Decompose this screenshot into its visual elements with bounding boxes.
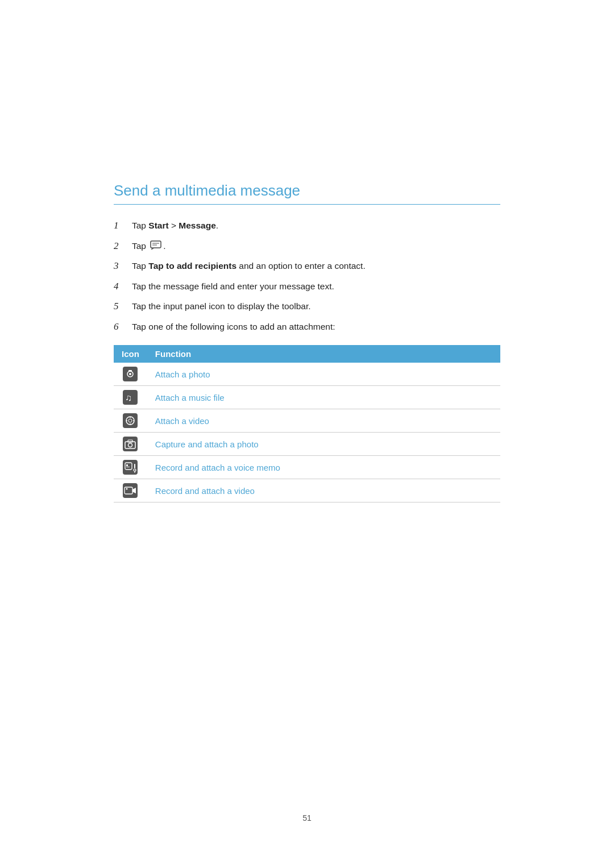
- svg-rect-0: [151, 241, 161, 248]
- section-title: Send a multimedia message: [114, 182, 500, 205]
- message-icon: [150, 240, 161, 253]
- svg-text:♫: ♫: [125, 393, 132, 402]
- function-cell-camera: Capture and attach a photo: [147, 433, 500, 456]
- voice-icon: [123, 462, 138, 471]
- step-4: 4 Tap the message field and enter your m…: [114, 279, 500, 294]
- table-row: Record and attach a voice memo: [114, 456, 500, 479]
- step-text-6: Tap one of the following icons to add an…: [132, 320, 335, 333]
- page-container: Send a multimedia message 1 Tap Start > …: [0, 0, 614, 868]
- table-row: Capture and attach a photo: [114, 433, 500, 456]
- table-header-row: Icon Function: [114, 345, 500, 363]
- video-icon: [123, 415, 138, 425]
- table-row: ♫ Attach a music file: [114, 386, 500, 409]
- function-cell-video: Attach a video: [147, 409, 500, 433]
- icon-cell-video: [114, 409, 147, 433]
- step-number-3: 3: [114, 259, 130, 273]
- table-row: Attach a photo: [114, 363, 500, 386]
- icon-cell-photo: [114, 363, 147, 386]
- svg-point-6: [129, 373, 131, 375]
- step-number-4: 4: [114, 279, 130, 294]
- step-1: 1 Tap Start > Message.: [114, 218, 500, 233]
- step-text-4: Tap the message field and enter your mes…: [132, 280, 334, 293]
- step-text-2: Tap .: [132, 239, 166, 254]
- col-icon-header: Icon: [114, 345, 147, 363]
- rec-video-icon: [123, 485, 138, 495]
- table-body: Attach a photo ♫ Attach a music file: [114, 363, 500, 502]
- table-row: Attach a video: [114, 409, 500, 433]
- step-6: 6 Tap one of the following icons to add …: [114, 319, 500, 334]
- step-number-5: 5: [114, 299, 130, 314]
- steps-list: 1 Tap Start > Message. 2 Tap .: [114, 218, 500, 334]
- svg-rect-10: [123, 413, 138, 428]
- step-number-6: 6: [114, 319, 130, 334]
- music-icon: ♫: [123, 392, 138, 401]
- svg-rect-7: [128, 370, 132, 372]
- icon-cell-rec-video: [114, 479, 147, 502]
- step-5: 5 Tap the input panel icon to display th…: [114, 299, 500, 314]
- camera-icon: [123, 438, 138, 448]
- step-number-1: 1: [114, 218, 130, 233]
- function-cell-music: Attach a music file: [147, 386, 500, 409]
- step-2: 2 Tap .: [114, 239, 500, 254]
- svg-point-31: [126, 488, 128, 490]
- svg-rect-23: [126, 464, 128, 466]
- page-number: 51: [302, 813, 312, 823]
- step-text-1: Tap Start > Message.: [132, 219, 218, 232]
- icon-cell-voice: [114, 456, 147, 479]
- step-text-5: Tap the input panel icon to display the …: [132, 300, 311, 313]
- table-header: Icon Function: [114, 345, 500, 363]
- step-number-2: 2: [114, 239, 130, 254]
- svg-rect-25: [134, 464, 135, 468]
- svg-rect-24: [126, 467, 130, 467]
- svg-marker-3: [151, 248, 154, 250]
- icon-cell-camera: [114, 433, 147, 456]
- step-text-3: Tap Tap to add recipients and an option …: [132, 259, 366, 272]
- photo-icon: [123, 368, 138, 378]
- function-cell-voice: Record and attach a voice memo: [147, 456, 500, 479]
- table-row: Record and attach a video: [114, 479, 500, 502]
- icon-cell-music: ♫: [114, 386, 147, 409]
- step-3: 3 Tap Tap to add recipients and an optio…: [114, 259, 500, 273]
- function-cell-photo: Attach a photo: [147, 363, 500, 386]
- attachment-table: Icon Function Attach a pho: [114, 345, 500, 502]
- function-cell-rec-video: Record and attach a video: [147, 479, 500, 502]
- col-function-header: Function: [147, 345, 500, 363]
